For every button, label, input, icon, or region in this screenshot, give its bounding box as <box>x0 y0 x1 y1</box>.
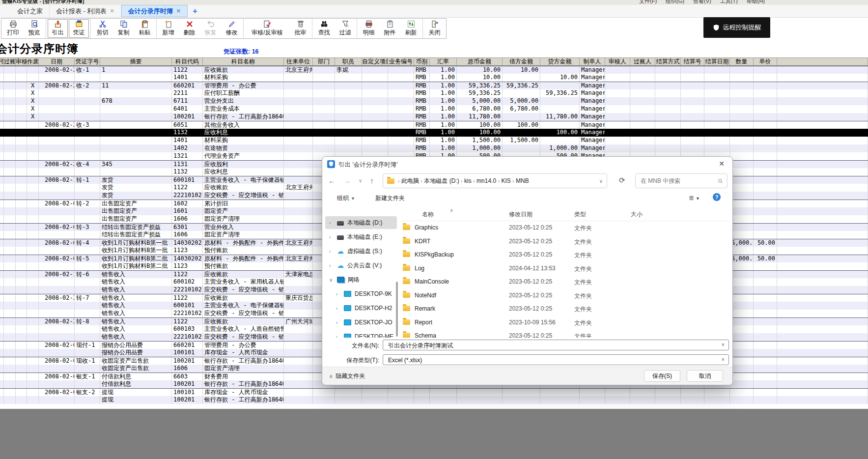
column-size[interactable]: 大小 <box>631 210 643 219</box>
menu-item[interactable]: 工具(T) <box>720 0 738 4</box>
file-row[interactable]: KDRT2023-05-12 0:25文件夹 <box>401 235 729 249</box>
toolbar-button-copy[interactable]: 复制 <box>113 19 134 38</box>
toolbar-button-voucher[interactable]: 凭证 <box>68 19 89 38</box>
table-row[interactable]: 提现100201银行存款 - 工行高新办18640 <box>0 396 868 404</box>
breadcrumb-item[interactable]: KIS <box>500 177 512 184</box>
table-row[interactable]: 1401材料采购RMB1.001,500.001,500.00Manager <box>0 137 868 144</box>
toolbar-button-cut[interactable]: 剪切 <box>92 19 113 38</box>
menu-item[interactable]: 查看(V) <box>693 0 711 4</box>
file-row[interactable]: KISPkgBackup2023-05-12 0:25文件夹 <box>401 249 729 262</box>
sidebar-item-网络[interactable]: ∨网络 <box>325 273 397 286</box>
breadcrumb-item[interactable]: mn14.0 <box>475 177 498 184</box>
file-row[interactable]: Log2024-04-12 13:53文件夹 <box>401 262 729 276</box>
column-header-prep[interactable]: 制单人 <box>580 58 605 65</box>
column-header-staff[interactable]: 职员 <box>335 58 362 65</box>
column-name[interactable]: 名称 <box>422 210 434 219</box>
sidebar-item-本地磁盘 (E:)[interactable]: ›本地磁盘 (E:) <box>325 230 397 243</box>
tab-close-icon[interactable]: ✕ <box>110 8 114 14</box>
column-header-contact[interactable]: 往来单位 <box>284 58 313 65</box>
column-header-debit[interactable]: 借方金额 <box>503 58 540 65</box>
column-header-rate[interactable]: 汇率 <box>430 58 457 65</box>
table-row[interactable]: 2008-02-20收-111122应收账款北京王府井百货李妮RMB1.0010… <box>0 66 868 74</box>
toolbar-button-export[interactable]: 引出 <box>47 19 68 38</box>
breadcrumb-item[interactable]: 本地磁盘 (D:) <box>422 177 461 184</box>
breadcrumb-item[interactable]: 此电脑 <box>400 177 421 184</box>
expand-chevron-icon[interactable]: › <box>329 220 334 226</box>
search-input[interactable] <box>640 177 718 185</box>
column-header-qty[interactable]: 数量 <box>730 58 754 65</box>
expand-chevron-icon[interactable]: › <box>329 234 334 240</box>
tab-会计之家[interactable]: 会计之家 <box>11 5 50 17</box>
table-row[interactable]: X100201银行存款 - 工行高新办18640RMB1.0011,780.00… <box>0 113 868 121</box>
menu-item[interactable]: 帮助(H) <box>747 0 765 4</box>
column-header-price[interactable]: 单价 <box>754 58 777 65</box>
column-type[interactable]: 类型 <box>574 210 586 219</box>
help-icon[interactable]: ? <box>713 193 721 201</box>
filename-combobox[interactable]: ∨ <box>383 340 729 350</box>
column-header-summary[interactable]: 摘要 <box>100 58 172 65</box>
breadcrumb-item[interactable]: kis <box>463 177 473 184</box>
cancel-button[interactable]: 取消 <box>687 370 723 382</box>
column-header-voided[interactable]: 作废 <box>27 58 39 65</box>
column-header-bizno[interactable]: 业务编号 <box>388 58 414 65</box>
column-header-sno[interactable]: 结算号 <box>681 58 704 65</box>
column-header-audited[interactable]: 审核 <box>16 58 27 65</box>
table-row[interactable]: 1401材料采购RMB1.0010.0010.00Manager <box>0 74 868 82</box>
table-row[interactable]: 2008-02-20收-36051其他业务收入RMB1.00100.00100.… <box>0 121 868 129</box>
table-row[interactable]: 1132应收利息RMB1.00100.00100.00Manager <box>0 129 868 137</box>
breadcrumb-item[interactable]: MNB <box>514 177 529 184</box>
filetype-input[interactable] <box>387 355 718 365</box>
toolbar-button-detail[interactable]: 明细 <box>358 19 379 38</box>
column-header-c0[interactable]: 引 <box>0 58 4 65</box>
expand-chevron-icon[interactable]: › <box>336 334 340 338</box>
toolbar-button-undo[interactable]: 恢复 <box>200 19 221 38</box>
sidebar-item-DESKTOP-JO[interactable]: ›DESKTOP-JO <box>325 316 397 329</box>
expand-chevron-icon[interactable]: › <box>329 249 334 254</box>
back-icon[interactable]: ← <box>328 176 336 185</box>
filename-input[interactable] <box>387 341 718 350</box>
new-tab-icon[interactable]: + <box>188 5 202 17</box>
save-button[interactable]: 保存(S) <box>644 370 680 382</box>
table-row[interactable]: 2008-02-08银支-2提现100101库存现金 - 人民币现金 <box>0 388 868 396</box>
column-header-settle[interactable]: 结算方式 <box>655 58 681 65</box>
file-row[interactable]: Graphics2023-05-12 0:25文件夹 <box>401 222 729 235</box>
dialog-close-icon[interactable]: ✕ <box>719 160 725 168</box>
toolbar-button-close[interactable]: 关闭 <box>424 19 445 38</box>
tab-会计分录序时簿[interactable]: 会计分录序时簿✕ <box>121 5 188 17</box>
table-row[interactable]: X2008-02-20收-211660201管理费用 - 办公费RMB1.005… <box>0 82 868 89</box>
toolbar-button-paste[interactable]: 粘贴 <box>134 19 155 38</box>
toolbar-button-del[interactable]: 删除 <box>179 19 200 38</box>
file-row[interactable]: Schema2023-05-12 0:25文件夹 <box>401 330 729 338</box>
column-header-credit[interactable]: 贷方金额 <box>540 58 580 65</box>
column-header-auditor[interactable]: 审核人 <box>605 58 630 65</box>
column-header-date[interactable]: 日期 <box>39 58 75 65</box>
sidebar-item-本地磁盘 (D:)[interactable]: ›本地磁盘 (D:) <box>325 216 397 229</box>
menu-item[interactable]: 组织(G) <box>666 0 684 4</box>
toolbar-button-filter[interactable]: 过滤 <box>335 19 356 38</box>
view-toggle-button[interactable]: ≣▼ <box>689 194 700 201</box>
address-bar[interactable]: › 此电脑 › 本地磁盘 (D:) › kis › mn14.0 › KIS ›… <box>383 173 607 188</box>
toolbar-button-print[interactable]: 打印 <box>2 19 24 38</box>
expand-chevron-icon[interactable]: › <box>329 263 334 268</box>
table-row[interactable]: 1402在途物资RMB1.001,000.001,000.00Manager <box>0 144 868 152</box>
column-header-fill[interactable] <box>777 58 868 65</box>
table-row[interactable]: X6401主营业务成本RMB1.006,780.006,780.00Manage… <box>0 105 868 113</box>
toolbar-button-edit[interactable]: 修改 <box>221 19 242 38</box>
toolbar-button-attach[interactable]: 附件 <box>379 19 400 38</box>
sidebar-item-DESKTOP-ME[interactable]: ›DESKTOP-ME <box>325 330 397 338</box>
column-header-name[interactable]: 科目名称 <box>203 58 284 65</box>
column-date[interactable]: 修改日期 <box>509 210 532 219</box>
sidebar-scrollbar[interactable] <box>396 282 398 337</box>
toolbar-button-find[interactable]: 查找 <box>313 19 335 38</box>
column-header-vno[interactable]: 凭证字号 <box>75 58 100 65</box>
file-row[interactable]: NoteNdf2023-05-12 0:25文件夹 <box>401 289 729 303</box>
hide-folders-button[interactable]: ∧隐藏文件夹 <box>329 372 365 380</box>
column-header-custom[interactable]: 自定义项目 <box>362 58 388 65</box>
refresh-icon[interactable]: ⟳ <box>619 176 625 185</box>
recent-locations-icon[interactable]: ∨ <box>359 178 362 183</box>
column-header-dept[interactable]: 部门 <box>313 58 335 65</box>
tab-会计报表 - 利润表[interactable]: 会计报表 - 利润表✕ <box>50 5 121 17</box>
sidebar-item-公共云盘 (V:)[interactable]: ›☁公共云盘 (V:) <box>325 259 397 272</box>
menu-item[interactable]: 文件(F) <box>639 0 657 4</box>
remote-control-alert-button[interactable]: 远程控制提醒 <box>703 17 770 38</box>
